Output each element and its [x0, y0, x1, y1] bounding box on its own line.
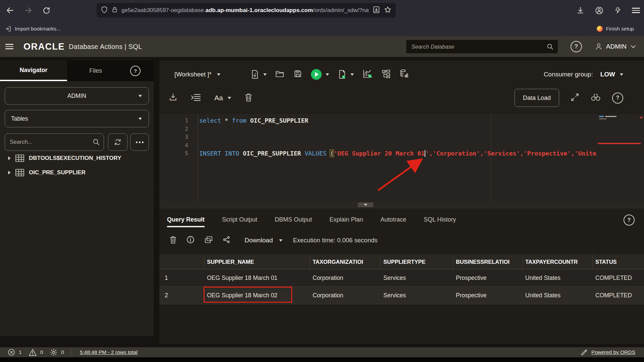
explain-plan-button[interactable] [381, 69, 391, 79]
editor-result-splitter[interactable] [159, 201, 644, 208]
format-button[interactable] [191, 93, 201, 103]
clear-results-button[interactable] [169, 236, 177, 245]
warning-counter[interactable]: 0 [29, 349, 43, 356]
open-file-button[interactable] [275, 70, 285, 79]
worksheet-help-icon[interactable]: ? [612, 93, 623, 104]
worksheet-title-menu[interactable]: [Worksheet ]* [174, 71, 220, 78]
chevron-down-icon [620, 73, 623, 76]
process-counter[interactable]: 0 [50, 348, 64, 356]
downloads-icon[interactable] [574, 4, 586, 16]
column-header-taxpayercountry[interactable]: TAXPAYERCOUNTR [523, 254, 593, 269]
execution-summary-link[interactable]: 5:48:48 PM - 2 rows total [80, 349, 138, 355]
run-statement-button[interactable] [311, 69, 329, 80]
column-header-rownum[interactable] [159, 254, 204, 269]
navigator-search-input[interactable] [5, 133, 104, 151]
table-icon [15, 155, 24, 162]
powered-by-ords-link[interactable]: Powered by ORDS [581, 349, 635, 356]
tab-navigator[interactable]: Navigator [0, 60, 67, 81]
editor-toolbar: Aa [169, 89, 253, 107]
app-menu-icon[interactable] [5, 44, 13, 49]
menu-icon[interactable] [630, 4, 642, 16]
browser-reload-button[interactable] [40, 4, 52, 16]
chevron-down-icon [139, 95, 142, 97]
run-script-button[interactable] [338, 70, 354, 79]
consumer-group: Consumer group: LOW [544, 68, 623, 81]
shield-icon[interactable] [101, 6, 108, 15]
clear-worksheet-button[interactable] [245, 93, 253, 103]
copy-results-button[interactable] [204, 236, 213, 245]
header-help-icon[interactable]: ? [571, 41, 582, 52]
chart-icon [363, 69, 373, 78]
expand-arrow-icon [8, 157, 10, 160]
save-button[interactable] [293, 69, 302, 79]
share-icon [222, 236, 230, 244]
autotrace-button[interactable] [399, 69, 409, 80]
browser-toolbar: ge5e2aab3058597-oegdatabase.adb.ap-mumba… [0, 0, 644, 21]
folder-icon [275, 70, 285, 78]
chart-button[interactable] [363, 69, 373, 80]
tab-query-result[interactable]: Query Result [167, 216, 205, 227]
column-header-taxorganization[interactable]: TAXORGANIZATIOI [310, 254, 381, 269]
copy-icon [204, 236, 213, 244]
user-menu[interactable]: ADMIN [595, 43, 637, 51]
data-load-button[interactable]: Data Load [515, 89, 559, 107]
extensions-icon[interactable] [612, 4, 624, 16]
lock-icon[interactable] [111, 6, 118, 15]
collapse-handle[interactable] [358, 202, 373, 207]
font-size-label: Aa [214, 94, 223, 102]
app-title: Database Actions | SQL [69, 43, 142, 51]
download-worksheet-button[interactable] [169, 93, 177, 103]
object-type-select[interactable]: Tables [5, 110, 149, 127]
tree-item-oic-pre-supplier[interactable]: OIC_PRE_SUPPLIER [0, 166, 154, 179]
refresh-button[interactable] [108, 133, 127, 151]
account-icon[interactable] [593, 4, 605, 16]
tab-script-output[interactable]: Script Output [222, 216, 257, 223]
tree-item-dbtools-execution-history[interactable]: DBTOOLS$EXECUTION_HISTORY [0, 152, 154, 165]
bookmarks-bar: Import bookmarks... Finish setup [0, 21, 644, 36]
code-line-1: select * from OIC_PRE_SUPPLIER [199, 117, 644, 125]
column-header-businessrelation[interactable]: BUSINESSRELATIOI [453, 254, 523, 269]
search-icon [92, 138, 100, 146]
tab-sql-history[interactable]: SQL History [424, 216, 456, 223]
browser-url-bar[interactable]: ge5e2aab3058597-oegdatabase.adb.ap-mumba… [97, 3, 396, 18]
column-header-suppliertype[interactable]: SUPPLIERTYPE [381, 254, 453, 269]
browser-forward-button[interactable] [22, 4, 34, 16]
browser-back-button[interactable] [4, 4, 16, 16]
tab-explain-plan[interactable]: Explain Plan [329, 216, 363, 223]
bookmark-star-icon[interactable] [384, 6, 392, 15]
status-divider [71, 349, 72, 356]
minimap-insert-line [598, 143, 641, 144]
table-row-1[interactable]: 1 OEG Supplier 18 March 01 Corporation S… [159, 269, 644, 287]
download-results-menu[interactable]: Download [245, 237, 282, 244]
url-text[interactable]: ge5e2aab3058597-oegdatabase.adb.ap-mumba… [121, 7, 369, 14]
navigator-help-icon[interactable]: ? [130, 66, 141, 76]
import-bookmarks-button[interactable]: Import bookmarks... [5, 25, 61, 32]
new-worksheet-button[interactable] [251, 70, 267, 79]
maximize-button[interactable] [571, 93, 579, 103]
schema-select[interactable]: ADMIN [5, 87, 149, 105]
database-search[interactable] [406, 40, 558, 53]
import-icon [5, 25, 11, 32]
info-button[interactable] [186, 235, 195, 245]
panel-splitter[interactable] [154, 186, 158, 203]
tab-autotrace[interactable]: Autotrace [380, 216, 406, 223]
tab-dbms-output[interactable]: DBMS Output [275, 216, 312, 223]
format-indent-icon [191, 93, 201, 101]
autotrace-icon [399, 69, 409, 78]
column-header-status[interactable]: STATUS [593, 254, 644, 269]
tab-files[interactable]: Files [67, 60, 124, 81]
navigator-search[interactable] [5, 133, 104, 151]
save-page-icon[interactable] [372, 6, 380, 15]
finish-setup-button[interactable]: Finish setup [597, 26, 634, 32]
results-help-icon[interactable]: ? [624, 215, 635, 226]
execution-time: Execution time: 0.006 seconds [293, 237, 378, 244]
share-button[interactable] [222, 236, 230, 245]
consumer-group-select[interactable]: LOW [600, 71, 623, 78]
column-header-supplier-name[interactable]: SUPPLIER_NAME [204, 254, 310, 269]
find-replace-button[interactable] [591, 93, 601, 103]
error-counter[interactable]: 1 [7, 348, 22, 356]
app-header: ORACLE Database Actions | SQL ? ADMIN [0, 36, 644, 57]
font-size-menu[interactable]: Aa [214, 94, 231, 102]
more-actions-button[interactable] [130, 133, 149, 151]
database-search-input[interactable] [406, 40, 558, 53]
